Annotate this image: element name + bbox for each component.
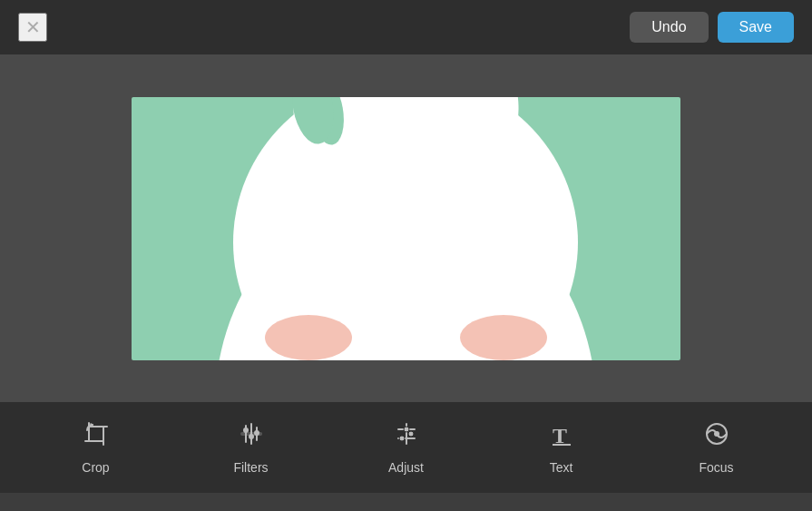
toolbar: Crop Filters	[0, 402, 812, 493]
svg-point-25	[249, 434, 254, 439]
crop-icon	[83, 421, 109, 453]
svg-point-30	[404, 427, 409, 432]
text-icon: T	[549, 421, 574, 453]
canvas-area	[0, 54, 812, 402]
focus-icon	[704, 421, 729, 453]
undo-button[interactable]: Undo	[630, 12, 708, 43]
adjust-icon	[394, 421, 419, 453]
close-button[interactable]: ✕	[18, 13, 47, 42]
svg-text:T: T	[553, 424, 567, 447]
tool-filters[interactable]: Filters	[215, 421, 288, 475]
svg-point-26	[254, 430, 259, 436]
header: ✕ Undo Save	[0, 0, 812, 54]
close-icon: ✕	[25, 16, 41, 38]
tool-focus[interactable]: Focus	[680, 421, 753, 475]
svg-point-24	[243, 427, 249, 433]
svg-point-9	[265, 315, 352, 360]
tool-crop[interactable]: Crop	[60, 421, 132, 475]
svg-point-10	[460, 315, 547, 360]
filters-icon	[239, 421, 264, 453]
svg-rect-15	[89, 427, 103, 441]
svg-point-32	[408, 431, 414, 437]
svg-point-31	[399, 436, 405, 441]
header-actions: Undo Save	[630, 12, 794, 43]
tool-adjust[interactable]: Adjust	[370, 421, 443, 475]
image-preview	[132, 97, 680, 360]
filters-label: Filters	[233, 460, 268, 475]
text-label: Text	[550, 460, 573, 475]
save-button[interactable]: Save	[718, 12, 794, 43]
svg-point-36	[714, 431, 719, 437]
focus-label: Focus	[699, 460, 733, 475]
bunny-illustration	[132, 97, 680, 360]
crop-label: Crop	[82, 460, 109, 475]
tool-text[interactable]: T Text	[525, 421, 598, 475]
adjust-label: Adjust	[388, 460, 424, 475]
